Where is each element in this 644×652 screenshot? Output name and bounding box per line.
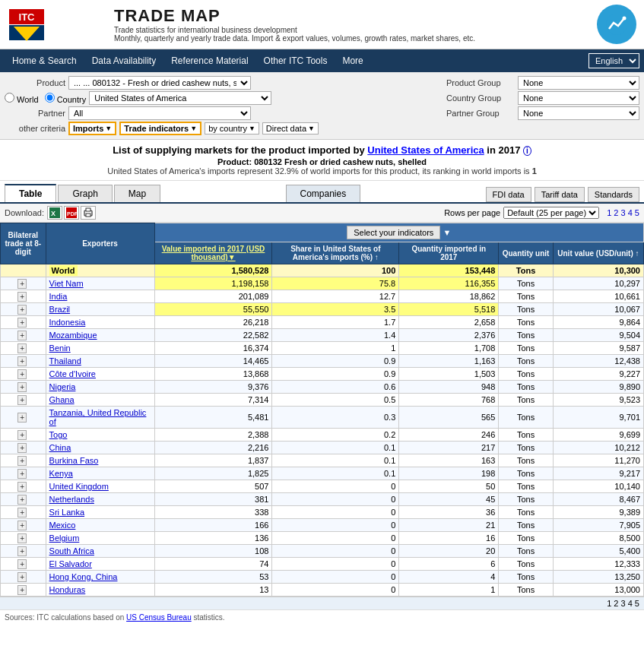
country-radio[interactable]	[45, 93, 55, 103]
expand-btn[interactable]: +	[17, 318, 27, 328]
cell-unit-value: 10,300	[553, 264, 643, 277]
exporter-link[interactable]: Netherlands	[49, 495, 94, 504]
expand-btn[interactable]: +	[17, 495, 27, 505]
census-bureau-link[interactable]: US Census Bureau	[126, 613, 192, 622]
country-group-label: Country Group	[446, 93, 515, 103]
expand-btn[interactable]: +	[17, 413, 27, 423]
product-select[interactable]: ... ... 080132 - Fresh or dried cashew n…	[68, 76, 251, 90]
expand-btn[interactable]: +	[17, 559, 27, 569]
col-value-header[interactable]: Value imported in 2017 (USD thousand)▼	[154, 242, 272, 264]
expand-btn[interactable]: +	[17, 508, 27, 517]
expand-btn[interactable]: +	[17, 369, 27, 379]
tariff-data-btn[interactable]: Tariff data	[535, 187, 585, 202]
expand-btn[interactable]: +	[17, 469, 27, 479]
exporter-link[interactable]: United Kingdom	[49, 482, 109, 491]
exporter-link[interactable]: Indonesia	[49, 318, 86, 327]
partner-select[interactable]: All	[68, 106, 251, 120]
cell-value: 108	[154, 545, 272, 558]
country-group-select[interactable]: None	[518, 91, 639, 105]
select-indicators-btn[interactable]: Select your indicators	[347, 226, 440, 239]
country-link[interactable]: United States of America	[367, 144, 484, 156]
nav-other-tools[interactable]: Other ITC Tools	[256, 51, 335, 71]
pagination-top[interactable]: 1 2 3 4 5	[607, 208, 639, 217]
exporter-link[interactable]: Côte d'Ivoire	[49, 369, 96, 378]
expand-btn[interactable]: +	[17, 533, 27, 543]
pagination-bottom[interactable]: 1 2 3 4 5	[0, 597, 644, 609]
expand-btn[interactable]: +	[17, 305, 27, 315]
world-radio[interactable]	[5, 93, 14, 103]
exporter-link[interactable]: South Africa	[49, 546, 94, 555]
exporter-link[interactable]: Burkina Faso	[49, 456, 99, 465]
exporter-link[interactable]: Hong Kong, China	[49, 572, 118, 581]
cell-share: 1.7	[272, 316, 399, 329]
exporter-link[interactable]: India	[49, 292, 68, 301]
tab-graph[interactable]: Graph	[58, 185, 112, 202]
exporter-link[interactable]: Ghana	[49, 395, 75, 404]
exporter-link[interactable]: Mozambique	[49, 331, 97, 340]
partner-group-select[interactable]: None	[518, 106, 639, 120]
nav-home[interactable]: Home & Search	[5, 51, 84, 71]
print-icon[interactable]	[81, 206, 96, 220]
pdf-icon[interactable]: PDF	[64, 206, 79, 220]
exporter-link[interactable]: Kenya	[49, 469, 73, 478]
nav-data-availability[interactable]: Data Availability	[84, 51, 164, 71]
tab-map[interactable]: Map	[114, 185, 160, 202]
exporter-link[interactable]: Benin	[49, 343, 71, 353]
exporter-link[interactable]: Belgium	[49, 533, 80, 543]
nav-more[interactable]: More	[335, 51, 370, 71]
tab-table[interactable]: Table	[5, 184, 56, 202]
excel-icon[interactable]: X	[47, 206, 62, 220]
country-select[interactable]: United States of America	[89, 91, 271, 105]
cell-value: 7,314	[154, 394, 272, 407]
nav-reference[interactable]: Reference Material	[163, 51, 255, 71]
cell-value: 53	[154, 571, 272, 584]
expand-btn[interactable]: +	[17, 585, 27, 595]
exporter-link[interactable]: Nigeria	[49, 382, 76, 391]
data-table-wrapper: Bilateral trade at 8-digit Exporters Sel…	[0, 223, 644, 597]
exporter-link[interactable]: Brazil	[49, 305, 71, 314]
world-country-radio: World Country	[5, 93, 86, 104]
exporter-link[interactable]: Honduras	[49, 585, 86, 594]
exporter-link[interactable]: Viet Nam	[49, 279, 84, 288]
expand-btn[interactable]: +	[17, 430, 27, 440]
standards-btn[interactable]: Standards	[588, 187, 639, 202]
expand-btn[interactable]: +	[17, 521, 27, 530]
expand-btn[interactable]: +	[17, 382, 27, 392]
expand-btn[interactable]: +	[17, 343, 27, 353]
expand-btn[interactable]: +	[17, 443, 27, 453]
direct-data-dropdown[interactable]: Direct data ▼	[262, 122, 319, 135]
trade-indicators-dropdown[interactable]: Trade indicators ▼	[119, 122, 201, 135]
expand-btn[interactable]: +	[17, 356, 27, 366]
cell-value: 166	[154, 519, 272, 532]
cell-value: 1,837	[154, 454, 272, 467]
cell-quantity: 153,448	[399, 264, 499, 277]
exporter-link[interactable]: China	[49, 443, 71, 452]
expand-btn[interactable]: +	[17, 395, 27, 405]
rank-value: 1	[532, 166, 537, 176]
info-icon[interactable]: i	[523, 146, 531, 156]
exporter-link[interactable]: Sri Lanka	[49, 508, 84, 517]
expand-btn[interactable]: +	[17, 456, 27, 466]
language-select[interactable]: English	[588, 53, 639, 68]
expand-btn[interactable]: +	[17, 331, 27, 340]
cell-share: 3.5	[272, 303, 399, 316]
exporter-link[interactable]: El Salvador	[49, 559, 92, 568]
rows-per-page-select[interactable]: Default (25 per page)	[503, 207, 599, 219]
tab-companies[interactable]: Companies	[286, 185, 361, 202]
exporter-link[interactable]: Mexico	[49, 521, 76, 530]
cell-share: 0	[272, 532, 399, 545]
expand-btn[interactable]: +	[17, 482, 27, 492]
imports-dropdown[interactable]: Imports ▼	[68, 122, 116, 135]
cell-quantity: 4	[399, 571, 499, 584]
expand-btn[interactable]: +	[17, 279, 27, 289]
cell-share: 75.8	[272, 277, 399, 290]
exporter-link[interactable]: Tanzania, United Republic of	[49, 408, 147, 426]
product-group-select[interactable]: None	[518, 76, 639, 90]
exporter-link[interactable]: Togo	[49, 430, 68, 439]
expand-btn[interactable]: +	[17, 572, 27, 582]
exporter-link[interactable]: Thailand	[49, 356, 81, 366]
fdi-data-btn[interactable]: FDI data	[486, 187, 531, 202]
expand-btn[interactable]: +	[17, 546, 27, 556]
by-country-dropdown[interactable]: by country ▼	[205, 122, 259, 135]
expand-btn[interactable]: +	[17, 292, 27, 302]
